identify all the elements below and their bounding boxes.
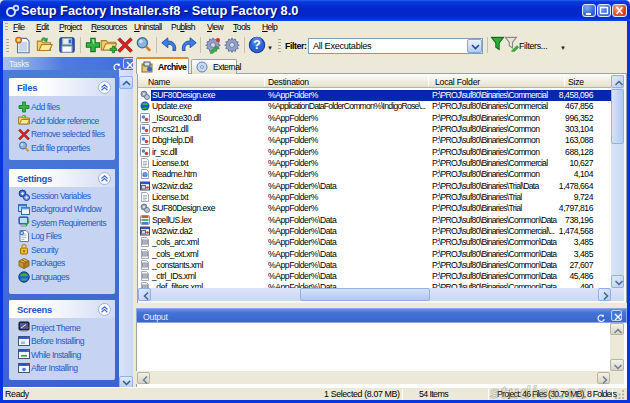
svg-text:?: ?	[253, 38, 260, 52]
